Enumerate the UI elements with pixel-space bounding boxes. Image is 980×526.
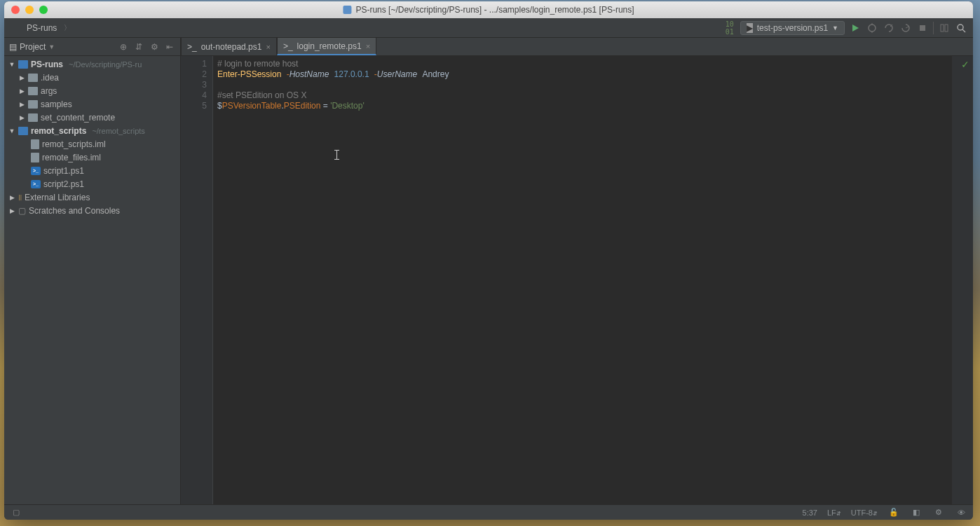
expand-arrow-icon[interactable]: ▶ (18, 101, 25, 108)
readonly-lock-icon[interactable]: 🔓 (887, 506, 900, 519)
code-string: 'Desktop' (330, 101, 365, 111)
window-title: PS-runs [~/Dev/scripting/PS-runs] - .../… (343, 5, 634, 15)
dropdown-chevron-icon: ▼ (832, 25, 838, 32)
project-tree: ▼ PS-runs ~/Dev/scripting/PS-ru ▶ .idea … (4, 56, 180, 504)
breadcrumb-root[interactable]: PS-runs (10, 22, 61, 34)
toolbar-right: 1001 ▶ test-ps-version.ps1 ▼ (723, 21, 967, 35)
tree-item-script1[interactable]: >_ script1.ps1 (4, 164, 180, 177)
navigation-bar: PS-runs 〉 1001 ▶ test-ps-version.ps1 ▼ (4, 18, 973, 38)
code-editor[interactable]: # login to remote host Enter-PSSession -… (213, 56, 952, 504)
line-number: 2 (181, 69, 207, 80)
update-project-icon[interactable] (938, 22, 951, 34)
profiler-button[interactable] (899, 22, 912, 34)
locate-file-icon[interactable]: ⊕ (117, 41, 130, 53)
powershell-file-icon: >_ (31, 167, 41, 175)
breadcrumb: PS-runs 〉 (10, 22, 718, 34)
svg-point-6 (958, 25, 963, 30)
run-configuration-selector[interactable]: ▶ test-ps-version.ps1 ▼ (740, 21, 845, 35)
tree-item-args[interactable]: ▶ args (4, 84, 180, 97)
expand-arrow-icon[interactable]: ▶ (8, 207, 15, 214)
minimize-window-icon[interactable] (25, 6, 34, 14)
expand-arrow-icon[interactable]: ▶ (8, 194, 15, 201)
expand-all-icon[interactable]: ⇵ (132, 41, 145, 53)
tab-label: login_remote.ps1 (297, 41, 362, 51)
memory-indicator-icon[interactable]: ◧ (910, 506, 923, 519)
tab-out-notepad[interactable]: >_ out-notepad.ps1 × (181, 38, 277, 55)
expand-arrow-icon[interactable]: ▶ (18, 74, 25, 81)
inspection-ok-icon[interactable]: ✓ (960, 59, 970, 70)
svg-rect-4 (941, 25, 944, 32)
caret-position[interactable]: 5:37 (803, 508, 817, 517)
line-separator[interactable]: LF⇵ (827, 508, 841, 517)
tree-label: External Libraries (25, 193, 90, 202)
debug-button[interactable] (866, 22, 878, 34)
tree-label: script2.ps1 (43, 179, 84, 189)
tree-item-ps-runs[interactable]: ▼ PS-runs ~/Dev/scripting/PS-ru (4, 57, 180, 71)
inspection-gutter: ✓ (960, 56, 973, 504)
run-button[interactable] (849, 22, 862, 34)
tree-label: Scratches and Consoles (29, 206, 120, 216)
ide-settings-gear-icon[interactable]: ⚙ (932, 506, 945, 519)
breadcrumb-chevron-icon: 〉 (64, 23, 71, 33)
tree-label: samples (41, 99, 72, 109)
stop-button[interactable] (916, 22, 929, 34)
code-number: 127.0.0.1 (334, 69, 369, 79)
tree-path: ~/remot_scripts (92, 127, 145, 135)
expand-arrow-icon[interactable]: ▼ (8, 61, 15, 68)
tree-item-remot-scripts[interactable]: ▼ remot_scripts ~/remot_scripts (4, 124, 180, 137)
expand-arrow-icon[interactable]: ▼ (8, 127, 15, 134)
line-number-gutter: 12345 (181, 56, 213, 504)
maximize-window-icon[interactable] (39, 6, 48, 14)
project-view-dropdown-icon[interactable]: ▼ (48, 43, 55, 50)
project-tool-header: ▤ Project ▼ ⊕ ⇵ ⚙ ⇤ (4, 38, 180, 56)
line-number: 3 (181, 80, 207, 90)
settings-gear-icon[interactable]: ⚙ (148, 41, 161, 53)
folder-icon (28, 74, 38, 82)
text-cursor-icon (336, 150, 337, 160)
file-encoding[interactable]: UTF-8⇵ (851, 508, 878, 517)
line-number: 1 (181, 59, 207, 69)
tree-label: remot_scripts.iml (42, 139, 106, 149)
tree-item-remot-scripts-iml[interactable]: remot_scripts.iml (4, 137, 180, 151)
tree-item-external-libraries[interactable]: ▶ ⫴ External Libraries (4, 191, 180, 204)
tool-window-toggle-icon[interactable]: ▢ (10, 506, 22, 519)
tab-label: out-notepad.ps1 (201, 42, 262, 52)
editor-body: 12345 # login to remote host Enter-PSSes… (181, 56, 973, 504)
editor-area: >_ out-notepad.ps1 × >_ login_remote.ps1… (181, 38, 973, 504)
notifications-icon[interactable]: 👁 (955, 506, 967, 519)
folder-icon (28, 87, 38, 95)
coverage-button[interactable] (883, 22, 895, 34)
project-sidebar: ▤ Project ▼ ⊕ ⇵ ⚙ ⇤ ▼ PS-runs ~/Dev/scri… (4, 38, 181, 504)
tree-item-scratches[interactable]: ▶ ▢ Scratches and Consoles (4, 204, 180, 217)
tab-login-remote[interactable]: >_ login_remote.ps1 × (277, 38, 376, 55)
tree-item-script2[interactable]: >_ script2.ps1 (4, 177, 180, 191)
iml-file-icon (31, 139, 39, 149)
tree-label: set_content_remote (41, 113, 115, 123)
tree-item-samples[interactable]: ▶ samples (4, 97, 180, 111)
library-icon: ⫴ (18, 193, 22, 202)
tree-label: remot_scripts (31, 126, 86, 136)
code-param: HostName (290, 69, 329, 79)
search-everywhere-icon[interactable] (955, 22, 967, 34)
traffic-lights (4, 6, 48, 14)
expand-arrow-icon[interactable]: ▶ (18, 88, 25, 95)
breadcrumb-root-label: PS-runs (27, 23, 57, 33)
editor-tabbar: >_ out-notepad.ps1 × >_ login_remote.ps1… (181, 38, 973, 56)
tree-item-idea[interactable]: ▶ .idea (4, 71, 180, 84)
module-root-icon (18, 127, 28, 135)
tree-item-set-content-remote[interactable]: ▶ set_content_remote (4, 111, 180, 124)
window-title-text: PS-runs [~/Dev/scripting/PS-runs] - .../… (355, 5, 634, 15)
binary-tool-icon[interactable]: 1001 (723, 22, 736, 34)
tree-label: remote_files.iml (42, 153, 101, 162)
tree-item-remote-files-iml[interactable]: remote_files.iml (4, 151, 180, 164)
powershell-file-icon: >_ (187, 42, 197, 52)
tree-label: args (41, 86, 57, 96)
hide-panel-icon[interactable]: ⇤ (163, 41, 176, 53)
close-tab-icon[interactable]: × (366, 42, 370, 50)
titlebar: PS-runs [~/Dev/scripting/PS-runs] - .../… (4, 1, 973, 18)
powershell-file-icon: >_ (283, 41, 293, 51)
close-window-icon[interactable] (11, 6, 20, 14)
close-tab-icon[interactable]: × (266, 43, 270, 51)
expand-arrow-icon[interactable]: ▶ (18, 114, 25, 121)
svg-rect-5 (945, 25, 948, 32)
